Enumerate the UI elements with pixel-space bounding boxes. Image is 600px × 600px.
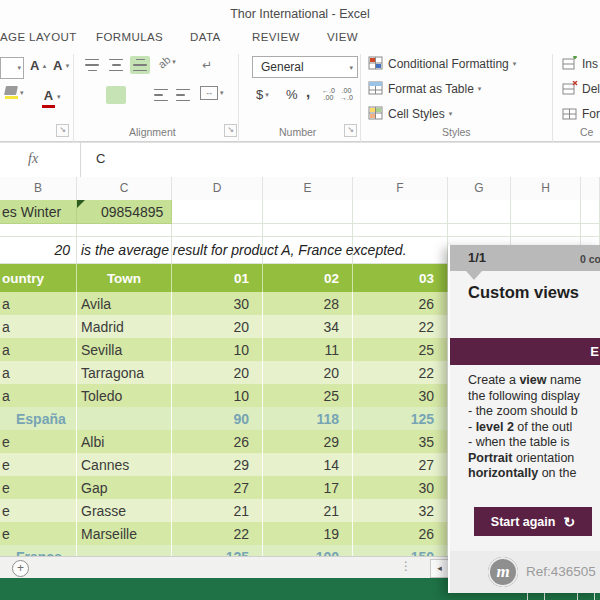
cell-value-01[interactable]: 125 xyxy=(172,545,263,556)
cell-value-03[interactable]: 26 xyxy=(353,522,448,545)
cell-phone[interactable]: 09854895 xyxy=(77,200,172,224)
format-cells-button[interactable]: For xyxy=(562,106,600,121)
align-bottom-button[interactable] xyxy=(130,56,150,74)
empty-cell[interactable] xyxy=(448,224,511,237)
cell-country[interactable]: a xyxy=(0,338,77,361)
decrease-indent-button[interactable] xyxy=(152,86,172,104)
delete-cells-button[interactable]: Del xyxy=(562,81,600,96)
cell-country[interactable]: a xyxy=(0,361,77,384)
cell-winter[interactable]: es Winter xyxy=(0,200,77,224)
hscroll-left-icon[interactable]: ◂ xyxy=(430,559,449,578)
column-header-c[interactable]: C xyxy=(77,177,172,200)
formula-input[interactable]: C xyxy=(96,151,105,166)
empty-cell[interactable] xyxy=(172,224,263,237)
tab-view[interactable]: VIEW xyxy=(327,31,358,43)
header-02[interactable]: 02 xyxy=(263,264,353,292)
cell-country[interactable]: a xyxy=(0,384,77,407)
number-format-dropdown[interactable]: General ▾ xyxy=(252,56,358,78)
cell-value-01[interactable]: 90 xyxy=(172,407,263,430)
column-header-b[interactable]: B xyxy=(0,177,77,200)
cell-value-03[interactable]: 22 xyxy=(353,361,448,384)
empty-cell[interactable] xyxy=(448,200,511,224)
cell-town[interactable]: Marseille xyxy=(77,522,172,545)
cell-value-02[interactable]: 100 xyxy=(263,545,353,556)
cell-value-01[interactable]: 29 xyxy=(172,453,263,476)
cell-value-02[interactable]: 34 xyxy=(263,315,353,338)
new-sheet-icon[interactable]: + xyxy=(12,560,29,577)
empty-cell[interactable] xyxy=(263,200,353,224)
insert-cells-button[interactable]: Ins xyxy=(562,56,598,71)
cell-value-03[interactable]: 30 xyxy=(353,476,448,499)
tab-formulas[interactable]: FORMULAS xyxy=(96,31,163,43)
empty-cell[interactable] xyxy=(353,224,448,237)
insert-function-button[interactable]: fx xyxy=(0,143,81,177)
cell-styles-button[interactable]: Cell Styles ▾ xyxy=(368,106,452,121)
accounting-format-button[interactable]: $ ▾ xyxy=(256,87,269,102)
cell-value-02[interactable]: 14 xyxy=(263,453,353,476)
column-header-g[interactable]: G xyxy=(448,177,511,200)
align-left-button[interactable] xyxy=(82,86,102,104)
font-size-dropdown[interactable]: ▾ xyxy=(0,57,24,79)
cell-country[interactable]: e xyxy=(0,453,77,476)
cell-town[interactable]: Avila xyxy=(77,292,172,315)
empty-cell[interactable] xyxy=(511,200,581,224)
header-01[interactable]: 01 xyxy=(172,264,263,292)
fill-color-button[interactable]: ▾ xyxy=(5,86,24,99)
column-header-e[interactable]: E xyxy=(263,177,353,200)
cell-country[interactable]: e xyxy=(0,499,77,522)
cell-value-03[interactable]: 27 xyxy=(353,453,448,476)
empty-cell[interactable] xyxy=(511,224,581,237)
header-03[interactable]: 03 xyxy=(353,264,448,292)
header-town[interactable]: Town xyxy=(77,264,172,292)
cell-value-01[interactable]: 20 xyxy=(172,361,263,384)
cell-value-02[interactable]: 25 xyxy=(263,384,353,407)
empty-cell[interactable] xyxy=(0,224,77,237)
cell-town[interactable]: Gap xyxy=(77,476,172,499)
cell-value-03[interactable]: 125 xyxy=(353,407,448,430)
cell-country[interactable]: e xyxy=(0,522,77,545)
wrap-text-button[interactable]: ↵ xyxy=(202,58,212,72)
font-color-button[interactable]: A ▾ xyxy=(42,86,61,108)
cell-country[interactable]: e xyxy=(0,476,77,499)
start-again-button[interactable]: Start again ↻ xyxy=(474,507,592,536)
empty-cell[interactable] xyxy=(172,200,263,224)
cell-value-01[interactable]: 30 xyxy=(172,292,263,315)
cell-value-02[interactable]: 19 xyxy=(263,522,353,545)
cell-average-note[interactable]: is the average result for product A, Fra… xyxy=(77,237,172,264)
cell-value-01[interactable]: 27 xyxy=(172,476,263,499)
cell-country[interactable]: a xyxy=(0,315,77,338)
dialog-launcher-font[interactable]: ↘ xyxy=(56,124,69,137)
shrink-font-button[interactable]: A▼ xyxy=(53,58,70,73)
cell-value-02[interactable]: 11 xyxy=(263,338,353,361)
cell-town[interactable]: Sevilla xyxy=(77,338,172,361)
cell-value-01[interactable]: 22 xyxy=(172,522,263,545)
merge-center-button[interactable]: ↔ ▾ xyxy=(200,86,224,100)
cell-value-01[interactable]: 10 xyxy=(172,338,263,361)
cell-town[interactable] xyxy=(77,545,172,556)
tab-review[interactable]: REVIEW xyxy=(252,31,300,43)
cell-country[interactable]: e xyxy=(0,430,77,453)
empty-cell[interactable] xyxy=(77,224,172,237)
comma-style-button[interactable]: , xyxy=(306,83,310,100)
cell-town[interactable]: Cannes xyxy=(77,453,172,476)
empty-cell[interactable] xyxy=(263,224,353,237)
conditional-formatting-button[interactable]: Conditional Formatting ▾ xyxy=(368,56,516,71)
header-country[interactable]: ountry xyxy=(0,264,77,292)
align-top-button[interactable] xyxy=(82,56,102,74)
tab-page-layout[interactable]: AGE LAYOUT xyxy=(0,31,77,43)
column-header-h[interactable]: H xyxy=(511,177,581,200)
cell-value-03[interactable]: 32 xyxy=(353,499,448,522)
cell-town[interactable]: Tarragona xyxy=(77,361,172,384)
dialog-launcher-number[interactable]: ↘ xyxy=(344,124,357,137)
cell-town[interactable]: Albi xyxy=(77,430,172,453)
empty-cell[interactable] xyxy=(353,200,448,224)
orientation-button[interactable]: ab ▾ xyxy=(158,56,176,68)
format-as-table-button[interactable]: Format as Table ▾ xyxy=(368,81,481,96)
increase-decimal-button[interactable]: ←.0 .00 xyxy=(322,87,335,101)
tab-data[interactable]: DATA xyxy=(190,31,221,43)
column-header-d[interactable]: D xyxy=(172,177,263,200)
cell-country[interactable]: España xyxy=(0,407,77,430)
cell-value-02[interactable]: 28 xyxy=(263,292,353,315)
cell-country[interactable]: France xyxy=(0,545,77,556)
grow-font-button[interactable]: A▲ xyxy=(30,58,47,73)
